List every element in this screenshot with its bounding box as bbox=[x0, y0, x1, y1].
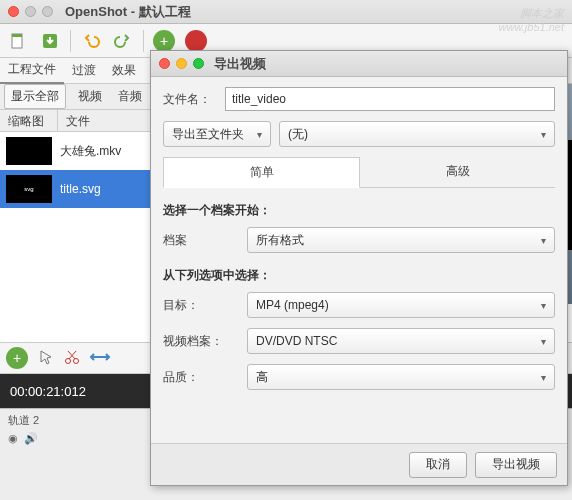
tab-project-files[interactable]: 工程文件 bbox=[0, 57, 64, 84]
minimize-icon[interactable] bbox=[176, 58, 187, 69]
new-button[interactable] bbox=[6, 29, 30, 53]
export-to-label: 导出至文件夹 bbox=[172, 126, 244, 143]
section-options: 从下列选项中选择： 目标： MP4 (mpeg4) ▾ 视频档案： DV/DVD… bbox=[163, 267, 555, 390]
destination-combo[interactable]: (无) ▾ bbox=[279, 121, 555, 147]
file-name: title.svg bbox=[60, 182, 101, 196]
target-label: 目标： bbox=[163, 297, 239, 314]
add-track-button[interactable]: + bbox=[6, 347, 28, 369]
dialog-tabs: 简单 高级 bbox=[163, 157, 555, 188]
separator bbox=[143, 30, 144, 52]
dialog-body: 文件名： 导出至文件夹 ▾ (无) ▾ 简单 高级 选择一个档案开始： 档案 所… bbox=[151, 77, 567, 410]
minimize-icon[interactable] bbox=[25, 6, 36, 17]
pointer-tool-icon[interactable] bbox=[38, 349, 54, 368]
archive-combo[interactable]: 所有格式 ▾ bbox=[247, 227, 555, 253]
record-button[interactable] bbox=[184, 29, 208, 53]
col-thumb: 缩略图 bbox=[0, 110, 58, 131]
cut-tool-icon[interactable] bbox=[64, 349, 80, 368]
video-profile-value: DV/DVD NTSC bbox=[256, 334, 337, 348]
separator bbox=[70, 30, 71, 52]
filter-video[interactable]: 视频 bbox=[70, 88, 110, 105]
show-all-button[interactable]: 显示全部 bbox=[4, 84, 66, 109]
video-profile-combo[interactable]: DV/DVD NTSC ▾ bbox=[247, 328, 555, 354]
tab-effects[interactable]: 效果 bbox=[104, 58, 144, 83]
section-options-title: 从下列选项中选择： bbox=[163, 267, 555, 284]
titlebar: OpenShot - 默认工程 bbox=[0, 0, 572, 24]
dialog-title: 导出视频 bbox=[214, 55, 266, 73]
svg-rect-1 bbox=[12, 34, 22, 37]
tab-advanced[interactable]: 高级 bbox=[360, 157, 555, 187]
eye-icon[interactable]: ◉ bbox=[8, 432, 18, 445]
save-button[interactable] bbox=[38, 29, 62, 53]
archive-value: 所有格式 bbox=[256, 232, 304, 249]
quality-value: 高 bbox=[256, 369, 268, 386]
file-name: 大雄兔.mkv bbox=[60, 143, 121, 160]
export-dialog: 导出视频 文件名： 导出至文件夹 ▾ (无) ▾ 简单 高级 选择一个档案开始：… bbox=[150, 50, 568, 486]
chevron-down-icon: ▾ bbox=[541, 372, 546, 383]
chevron-down-icon: ▾ bbox=[257, 129, 262, 140]
destination-value: (无) bbox=[288, 126, 308, 143]
chevron-down-icon: ▾ bbox=[541, 235, 546, 246]
export-button[interactable]: 导出视频 bbox=[475, 452, 557, 478]
filename-input[interactable] bbox=[225, 87, 555, 111]
section-archive: 选择一个档案开始： 档案 所有格式 ▾ bbox=[163, 202, 555, 253]
thumbnail-icon bbox=[6, 137, 52, 165]
add-button[interactable]: + bbox=[152, 29, 176, 53]
dialog-window-controls bbox=[159, 58, 204, 69]
speaker-icon[interactable]: 🔊 bbox=[24, 432, 38, 445]
maximize-icon[interactable] bbox=[193, 58, 204, 69]
watermark: 脚本之家 www.jb51.net bbox=[499, 6, 564, 33]
app-title: OpenShot - 默认工程 bbox=[65, 3, 191, 21]
target-value: MP4 (mpeg4) bbox=[256, 298, 329, 312]
tab-simple[interactable]: 简单 bbox=[163, 157, 360, 188]
quality-label: 品质： bbox=[163, 369, 239, 386]
window-controls bbox=[8, 6, 53, 17]
quality-combo[interactable]: 高 ▾ bbox=[247, 364, 555, 390]
svg-point-4 bbox=[74, 358, 79, 363]
chevron-down-icon: ▾ bbox=[541, 300, 546, 311]
dialog-titlebar: 导出视频 bbox=[151, 51, 567, 77]
target-combo[interactable]: MP4 (mpeg4) ▾ bbox=[247, 292, 555, 318]
col-file: 文件 bbox=[58, 110, 98, 131]
export-to-combo[interactable]: 导出至文件夹 ▾ bbox=[163, 121, 271, 147]
undo-button[interactable] bbox=[79, 29, 103, 53]
dialog-footer: 取消 导出视频 bbox=[151, 443, 567, 485]
filename-label: 文件名： bbox=[163, 91, 217, 108]
thumbnail-icon: svg bbox=[6, 175, 52, 203]
section-archive-title: 选择一个档案开始： bbox=[163, 202, 555, 219]
close-icon[interactable] bbox=[159, 58, 170, 69]
redo-button[interactable] bbox=[111, 29, 135, 53]
archive-label: 档案 bbox=[163, 232, 239, 249]
resize-tool-icon[interactable] bbox=[90, 351, 110, 366]
video-profile-label: 视频档案： bbox=[163, 333, 239, 350]
tab-transitions[interactable]: 过渡 bbox=[64, 58, 104, 83]
chevron-down-icon: ▾ bbox=[541, 129, 546, 140]
close-icon[interactable] bbox=[8, 6, 19, 17]
maximize-icon[interactable] bbox=[42, 6, 53, 17]
svg-point-3 bbox=[66, 358, 71, 363]
chevron-down-icon: ▾ bbox=[541, 336, 546, 347]
cancel-button[interactable]: 取消 bbox=[409, 452, 467, 478]
timecode-value: 00:00:21:012 bbox=[10, 384, 86, 399]
filter-audio[interactable]: 音频 bbox=[110, 88, 150, 105]
